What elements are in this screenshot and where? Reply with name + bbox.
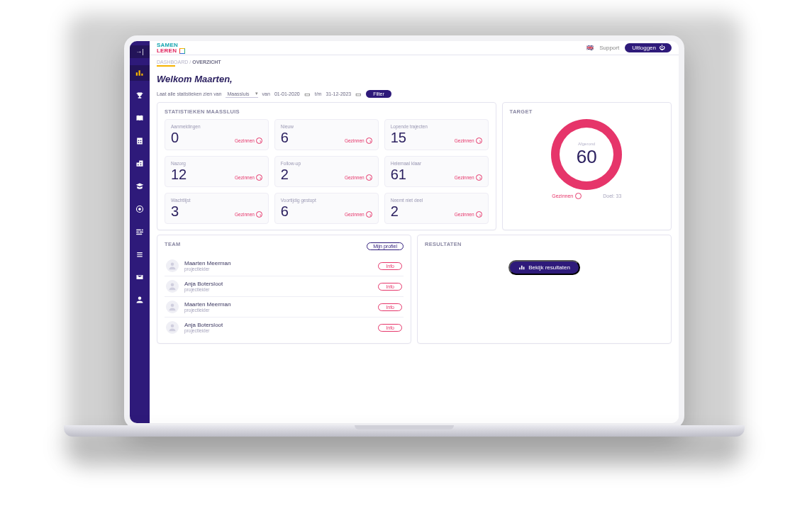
trophy-icon <box>135 91 144 100</box>
breadcrumb-current: OVERZICHT <box>192 60 221 64</box>
member-role: projectleider <box>184 308 372 313</box>
laptop-notch <box>355 425 454 429</box>
sidebar-item-building[interactable] <box>130 133 150 149</box>
page-title: Welkom Maarten, <box>157 74 672 84</box>
logout-button[interactable]: Uitloggen ⏻ <box>625 43 672 52</box>
stats-grid: Aanmeldingen0GezinnenNieuw6GezinnenLopen… <box>165 119 489 224</box>
sidebar-item-sliders[interactable] <box>130 224 150 240</box>
stat-families-link[interactable]: Gezinnen <box>345 137 372 144</box>
laptop-base <box>64 425 745 437</box>
team-member: Maarten MeermanprojectleiderInfo <box>165 256 404 276</box>
stat-families-link[interactable]: Gezinnen <box>455 137 482 144</box>
sidebar-item-org[interactable] <box>130 156 150 172</box>
stat-families-link[interactable]: Gezinnen <box>345 211 372 218</box>
stat-label: Nazorg <box>171 161 262 166</box>
stat-families-link[interactable]: Gezinnen <box>455 174 482 181</box>
results-panel: RESULTATEN Bekijk resultaten <box>417 235 672 344</box>
grad-icon <box>135 182 144 191</box>
stat-families-link[interactable]: Gezinnen <box>455 211 482 218</box>
dashboard-icon <box>135 69 144 77</box>
avatar <box>166 280 179 293</box>
breadcrumb-root[interactable]: DASHBOARD <box>157 60 188 64</box>
sidebar-item-grad[interactable] <box>130 179 150 194</box>
avatar <box>166 321 179 334</box>
member-name: Maarten Meerman <box>184 301 372 308</box>
stat-card[interactable]: Aanmeldingen0Gezinnen <box>165 119 269 150</box>
member-name: Anja Botersloot <box>184 281 372 287</box>
main: SAMEN LEREN 🇬🇧 Support Uitloggen ⏻ DASHB… <box>150 41 679 423</box>
stat-card[interactable]: Nieuw6Gezinnen <box>274 119 379 150</box>
svg-point-4 <box>171 283 174 287</box>
filter-to-label: t/m <box>315 91 322 96</box>
svg-point-2 <box>138 297 142 301</box>
filter-to-value: 31-12-2023 <box>326 91 351 96</box>
avatar <box>166 301 179 313</box>
target-panel-title: TARGET <box>510 108 664 115</box>
stat-families-link[interactable]: Gezinnen <box>235 137 262 144</box>
row-top: STATISTIEKEN MAASSLUIS Aanmeldingen0Gezi… <box>157 102 672 230</box>
avatar <box>166 259 179 272</box>
my-profile-button[interactable]: Mijn profiel <box>367 242 404 250</box>
member-info-button[interactable]: Info <box>378 324 402 332</box>
stats-panel: STATISTIEKEN MAASSLUIS Aanmeldingen0Gezi… <box>157 102 496 230</box>
stat-families-link[interactable]: Gezinnen <box>345 174 372 181</box>
stat-label: Wachtlijst <box>171 198 262 203</box>
member-role: projectleider <box>184 287 372 292</box>
sidebar: →| <box>130 41 150 423</box>
filter-from-label: van <box>262 91 270 96</box>
sliders-icon <box>135 228 144 236</box>
filter-bar: Laat alle statistieken zien van Maasslui… <box>157 90 672 98</box>
stat-card[interactable]: Voortijdig gestopt6Gezinnen <box>274 193 379 224</box>
sidebar-item-user[interactable] <box>130 292 150 308</box>
logo-mark-icon <box>179 48 185 54</box>
logo[interactable]: SAMEN LEREN <box>157 43 185 54</box>
team-panel: TEAM Mijn profiel Maarten Meermanproject… <box>157 235 411 344</box>
support-link[interactable]: Support <box>599 45 619 51</box>
sidebar-item-list[interactable] <box>130 247 150 262</box>
member-info-button[interactable]: Info <box>378 262 402 270</box>
power-icon: ⏻ <box>659 45 664 51</box>
stat-card[interactable]: Follow-up2Gezinnen <box>274 156 379 187</box>
laptop-frame: →| <box>124 35 684 429</box>
sidebar-item-book[interactable] <box>130 111 150 126</box>
member-info-button[interactable]: Info <box>378 283 402 291</box>
stat-card[interactable]: Neemt niet deel2Gezinnen <box>384 193 489 224</box>
target-panel: TARGET Afgerond 60 Gezinnen Doel: 33 <box>502 102 672 230</box>
filter-button[interactable]: Filter <box>366 90 391 98</box>
building-icon <box>135 137 144 145</box>
stats-panel-title: STATISTIEKEN MAASSLUIS <box>165 108 489 115</box>
logout-label: Uitloggen <box>632 45 656 51</box>
sidebar-item-dashboard[interactable] <box>130 65 150 81</box>
language-flag-icon[interactable]: 🇬🇧 <box>586 45 594 51</box>
sidebar-item-target[interactable] <box>130 201 150 217</box>
filter-from-value: 01-01-2020 <box>274 91 300 96</box>
calendar-to-icon[interactable]: ▭ <box>355 91 362 98</box>
stat-families-link[interactable]: Gezinnen <box>235 211 262 218</box>
calendar-from-icon[interactable]: ▭ <box>304 91 311 98</box>
sidebar-item-mail[interactable] <box>130 269 150 285</box>
svg-point-5 <box>171 304 174 308</box>
team-member: Maarten MeermanprojectleiderInfo <box>165 297 404 318</box>
target-icon <box>135 205 144 213</box>
logo-line2: LEREN <box>157 47 177 54</box>
stat-card[interactable]: Wachtlijst3Gezinnen <box>165 193 269 224</box>
stat-card[interactable]: Helemaal klaar61Gezinnen <box>384 156 489 187</box>
stat-families-link[interactable]: Gezinnen <box>235 174 262 181</box>
filter-location-select[interactable]: Maassluis <box>226 91 257 98</box>
view-results-button[interactable]: Bekijk resultaten <box>508 260 580 275</box>
row-bottom: TEAM Mijn profiel Maarten Meermanproject… <box>157 235 672 344</box>
stat-card[interactable]: Lopende trajecten15Gezinnen <box>384 119 489 150</box>
team-panel-title: TEAM <box>165 241 180 247</box>
target-chart: Afgerond 60 Gezinnen Doel: 33 <box>510 119 664 199</box>
topbar: SAMEN LEREN 🇬🇧 Support Uitloggen ⏻ <box>150 41 679 55</box>
screen: →| <box>130 41 679 423</box>
stat-card[interactable]: Nazorg12Gezinnen <box>165 156 269 187</box>
svg-point-3 <box>171 263 174 266</box>
user-icon <box>135 296 144 304</box>
sidebar-item-trophy[interactable] <box>130 88 150 103</box>
target-families-link[interactable]: Gezinnen <box>552 193 582 199</box>
sidebar-collapse[interactable]: →| <box>130 45 150 58</box>
stat-label: Follow-up <box>281 161 372 166</box>
mail-icon <box>135 273 144 281</box>
member-info-button[interactable]: Info <box>378 303 402 311</box>
